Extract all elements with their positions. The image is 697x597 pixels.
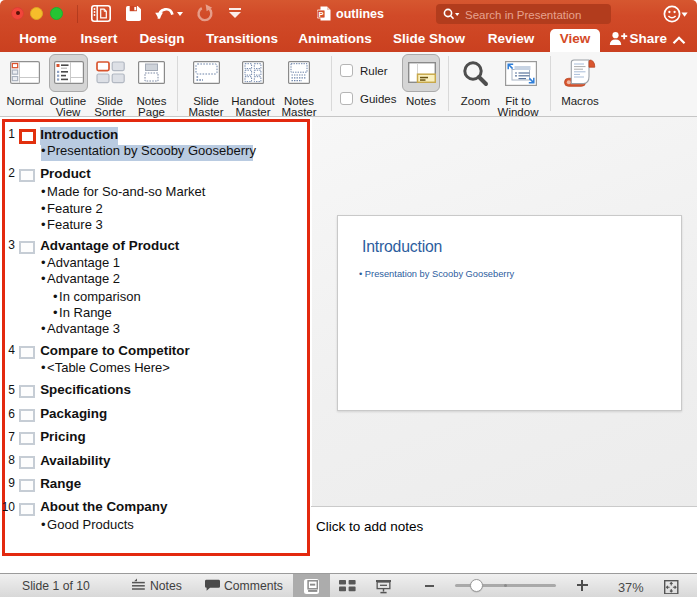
svg-text:P: P [318,10,323,19]
